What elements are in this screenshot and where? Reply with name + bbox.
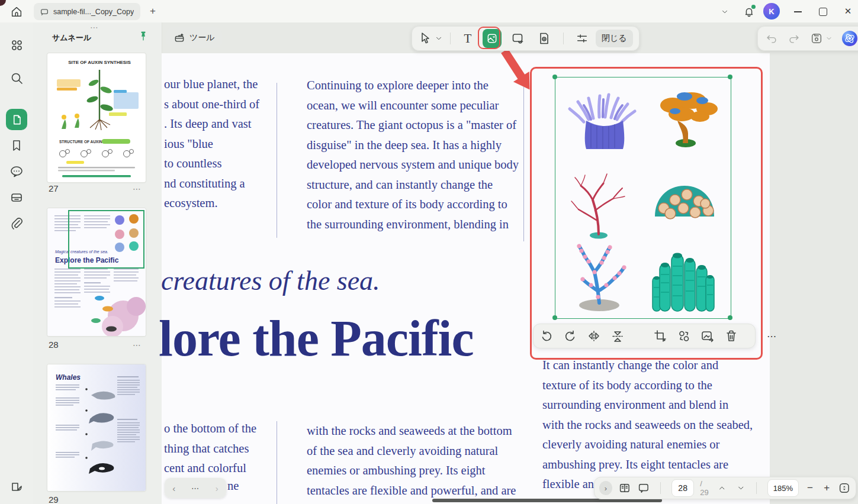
crop-icon[interactable] bbox=[653, 329, 667, 343]
text-line: to countless bbox=[164, 154, 259, 174]
undo-icon[interactable] bbox=[765, 32, 778, 45]
thumbnails-panel-button-active[interactable] bbox=[6, 109, 27, 130]
tools-button[interactable]: ツール bbox=[166, 27, 222, 48]
text-line: surrounding environment and blend in bbox=[542, 395, 753, 415]
pager-more-button[interactable]: ⋯ bbox=[191, 484, 200, 493]
pager-prev-button[interactable]: ‹ bbox=[172, 483, 175, 493]
comments-button[interactable] bbox=[9, 164, 24, 179]
reader-view-icon[interactable] bbox=[618, 481, 631, 495]
replace-image-icon[interactable] bbox=[677, 329, 691, 343]
thumb28-viewport-rect bbox=[68, 210, 144, 269]
zoom-in-button[interactable]: + bbox=[821, 482, 832, 494]
page-total-label: / 29 bbox=[700, 479, 712, 497]
search-button[interactable] bbox=[9, 71, 24, 85]
tab-document-icon bbox=[40, 7, 49, 17]
thumbnail-page-27[interactable]: SITE OF AUXIN SYNTHESIS STRUCTURE OF AUX… bbox=[47, 53, 146, 182]
window-menu-chevron[interactable] bbox=[720, 7, 730, 17]
thumb28-menu[interactable]: ⋯ bbox=[133, 340, 142, 350]
panel-title: サムネール bbox=[52, 33, 91, 43]
pager-next-button[interactable]: › bbox=[216, 483, 218, 493]
toolbar-divider bbox=[563, 33, 564, 44]
text-line: s about one-third of bbox=[164, 95, 259, 115]
properties-button[interactable] bbox=[571, 32, 593, 45]
selection-handle-tr[interactable] bbox=[728, 75, 732, 79]
text-line: our blue planet, the bbox=[164, 75, 259, 95]
select-tool-chevron-icon[interactable] bbox=[435, 34, 443, 43]
zoom-level-field[interactable]: 185% bbox=[767, 479, 799, 497]
more-options-button[interactable]: ⋯ bbox=[767, 331, 776, 342]
text-line: cent and colorful bbox=[164, 458, 256, 479]
notifications-button[interactable] bbox=[743, 5, 756, 18]
save-button[interactable] bbox=[810, 32, 833, 45]
minimize-button[interactable] bbox=[794, 11, 802, 12]
signature-button[interactable] bbox=[9, 480, 24, 494]
link-tool-button[interactable] bbox=[506, 31, 530, 46]
thumb27-page-number: 27 bbox=[49, 183, 59, 193]
thumbnail-page-28[interactable]: Magical creatures of the sea. Explore th… bbox=[47, 208, 146, 336]
avatar[interactable]: K bbox=[763, 3, 780, 20]
extract-image-icon[interactable] bbox=[700, 329, 715, 343]
ai-assistant-button[interactable] bbox=[842, 31, 857, 46]
page-text-middle-lower: with the rocks and seaweeds at the botto… bbox=[307, 421, 516, 500]
flip-vertical-icon[interactable] bbox=[610, 329, 625, 343]
bookmarks-button[interactable] bbox=[9, 138, 24, 153]
stamp-tool-button[interactable] bbox=[532, 31, 556, 46]
thumb27-menu[interactable]: ⋯ bbox=[133, 184, 142, 193]
maximize-button[interactable] bbox=[819, 8, 827, 16]
page-heading-script: creatures of the sea. bbox=[161, 265, 380, 296]
document-tab[interactable]: sample-fil..._Copy_Copy bbox=[34, 3, 140, 20]
bottom-navigation-bar: › / 29 185% − + bbox=[594, 477, 856, 499]
text-line: nd constituting a bbox=[164, 174, 259, 194]
attachments-button[interactable] bbox=[9, 217, 24, 231]
image-tool-button[interactable] bbox=[480, 29, 504, 48]
sliders-icon bbox=[576, 32, 589, 45]
rotate-right-icon[interactable] bbox=[563, 329, 577, 343]
thumb28-page-number: 28 bbox=[49, 340, 59, 350]
toolbar-divider bbox=[756, 482, 757, 494]
avatar-initial: K bbox=[769, 7, 774, 16]
text-fragment: ne bbox=[227, 479, 239, 493]
page-number-input[interactable] bbox=[671, 479, 694, 497]
presentation-mode-icon[interactable] bbox=[637, 481, 650, 495]
flip-horizontal-icon[interactable] bbox=[587, 329, 601, 343]
home-button[interactable] bbox=[9, 5, 24, 19]
panel-drag-handle[interactable]: ⋯ bbox=[90, 22, 99, 32]
app-grid-button[interactable] bbox=[9, 38, 24, 52]
page-text-right-column: It can instantly change the color and te… bbox=[542, 356, 753, 495]
thumbnail-page-29[interactable]: Whales bbox=[47, 364, 146, 491]
delete-icon[interactable] bbox=[724, 329, 738, 343]
title-bar: sample-fil..._Copy_Copy + K ✕ bbox=[0, 0, 858, 22]
image-selection-rect[interactable] bbox=[555, 77, 731, 319]
close-edit-mode-button[interactable]: 閉じる bbox=[596, 30, 633, 47]
column-divider bbox=[277, 83, 277, 238]
image-edit-toolbar: ⋯ bbox=[533, 324, 756, 348]
text-tool-button[interactable]: T bbox=[458, 33, 478, 45]
text-line: ious "blue bbox=[164, 134, 259, 154]
fit-page-button[interactable] bbox=[838, 481, 851, 495]
notification-dot bbox=[751, 5, 756, 9]
selection-handle-bl[interactable] bbox=[552, 315, 557, 320]
home-icon bbox=[10, 5, 23, 18]
previous-page-button[interactable] bbox=[718, 483, 727, 493]
thumbnail-panel: ⋯ サムネール SITE OF AUXIN SYNTHESIS bbox=[33, 22, 162, 504]
select-tool-icon[interactable] bbox=[418, 31, 432, 46]
next-page-button[interactable] bbox=[737, 483, 745, 493]
ai-orb-icon bbox=[842, 31, 857, 46]
zoom-out-button[interactable]: − bbox=[805, 482, 815, 494]
selection-handle-br[interactable] bbox=[728, 315, 732, 320]
text-line: ecosystem. bbox=[164, 193, 259, 214]
page-text-left-lower: o the bottom of the thing that catches c… bbox=[164, 419, 256, 479]
selection-handle-tl[interactable] bbox=[552, 75, 557, 79]
new-tab-button[interactable]: + bbox=[147, 5, 159, 17]
redo-icon[interactable] bbox=[788, 32, 801, 45]
close-window-button[interactable]: ✕ bbox=[842, 5, 854, 17]
column-divider bbox=[277, 421, 277, 504]
expand-bar-button[interactable]: › bbox=[599, 481, 612, 495]
pin-panel-button[interactable] bbox=[137, 30, 149, 42]
text-line: o the bottom of the bbox=[164, 419, 256, 439]
thumb27-title: SITE OF AUXIN SYNTHESIS bbox=[68, 60, 131, 65]
rotate-left-icon[interactable] bbox=[539, 329, 554, 343]
export-button[interactable] bbox=[9, 190, 24, 205]
text-line: structure, and can instantly change the bbox=[307, 175, 519, 195]
thumb29-page-number: 29 bbox=[49, 495, 59, 504]
